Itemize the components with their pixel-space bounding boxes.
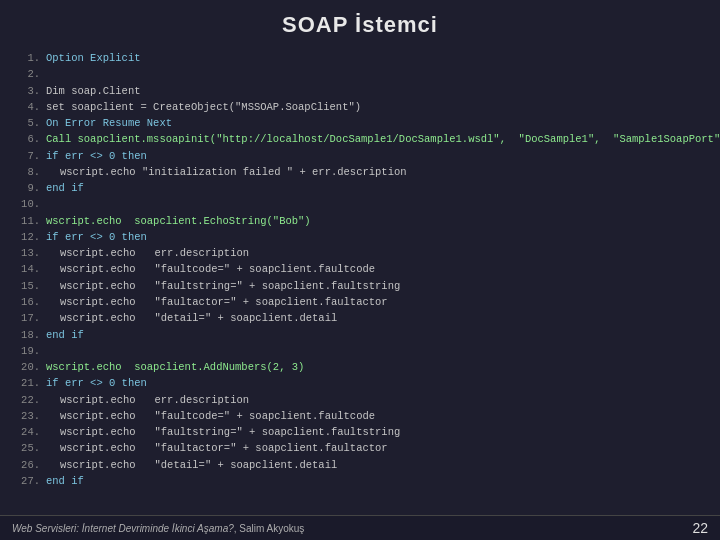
code-line: 19. bbox=[18, 343, 720, 359]
page-number: 22 bbox=[692, 520, 708, 536]
line-number: 6. bbox=[18, 131, 46, 147]
code-line: 22.wscript.echo err.description bbox=[18, 392, 720, 408]
code-line: 4.set soapclient = CreateObject("MSSOAP.… bbox=[18, 99, 720, 115]
code-line: 25.wscript.echo "faultactor=" + soapclie… bbox=[18, 440, 720, 456]
line-content: end if bbox=[46, 473, 84, 489]
line-number: 17. bbox=[18, 310, 46, 326]
slide-title: SOAP İstemci bbox=[0, 0, 720, 46]
line-number: 14. bbox=[18, 261, 46, 277]
line-number: 7. bbox=[18, 148, 46, 164]
code-line: 21.if err <> 0 then bbox=[18, 375, 720, 391]
footer-text: Web Servisleri: İnternet Devriminde İkin… bbox=[12, 523, 304, 534]
line-content: set soapclient = CreateObject("MSSOAP.So… bbox=[46, 99, 361, 115]
line-number: 15. bbox=[18, 278, 46, 294]
line-content: wscript.echo "faultstring=" + soapclient… bbox=[46, 278, 400, 294]
line-number: 10. bbox=[18, 196, 46, 212]
footer-prefix: Web Servisleri: İnternet Devriminde İkin… bbox=[12, 523, 234, 534]
code-line: 18.end if bbox=[18, 327, 720, 343]
line-number: 12. bbox=[18, 229, 46, 245]
line-content: wscript.echo "detail=" + soapclient.deta… bbox=[46, 310, 337, 326]
line-number: 1. bbox=[18, 50, 46, 66]
line-number: 2. bbox=[18, 66, 46, 82]
line-number: 16. bbox=[18, 294, 46, 310]
code-line: 2. bbox=[18, 66, 720, 82]
line-number: 3. bbox=[18, 83, 46, 99]
line-number: 22. bbox=[18, 392, 46, 408]
line-number: 25. bbox=[18, 440, 46, 456]
line-content: end if bbox=[46, 327, 84, 343]
line-content: wscript.echo soapclient.EchoString("Bob"… bbox=[46, 213, 311, 229]
line-number: 13. bbox=[18, 245, 46, 261]
line-content: wscript.echo "faultactor=" + soapclient.… bbox=[46, 294, 388, 310]
code-line: 24.wscript.echo "faultstring=" + soapcli… bbox=[18, 424, 720, 440]
line-number: 18. bbox=[18, 327, 46, 343]
line-number: 5. bbox=[18, 115, 46, 131]
line-content: On Error Resume Next bbox=[46, 115, 172, 131]
line-content: wscript.echo soapclient.AddNumbers(2, 3) bbox=[46, 359, 304, 375]
code-line: 10. bbox=[18, 196, 720, 212]
line-content: wscript.echo "initialization failed " + … bbox=[46, 164, 407, 180]
line-number: 21. bbox=[18, 375, 46, 391]
code-line: 6.Call soapclient.mssoapinit("http://loc… bbox=[18, 131, 720, 147]
code-line: 27.end if bbox=[18, 473, 720, 489]
line-number: 20. bbox=[18, 359, 46, 375]
code-line: 11.wscript.echo soapclient.EchoString("B… bbox=[18, 213, 720, 229]
code-line: 26.wscript.echo "detail=" + soapclient.d… bbox=[18, 457, 720, 473]
line-content: wscript.echo "faultcode=" + soapclient.f… bbox=[46, 261, 375, 277]
code-line: 14.wscript.echo "faultcode=" + soapclien… bbox=[18, 261, 720, 277]
code-line: 23.wscript.echo "faultcode=" + soapclien… bbox=[18, 408, 720, 424]
line-content: wscript.echo "faultcode=" + soapclient.f… bbox=[46, 408, 375, 424]
code-line: 3.Dim soap.Client bbox=[18, 83, 720, 99]
line-content: wscript.echo err.description bbox=[46, 245, 249, 261]
line-content: Dim soap.Client bbox=[46, 83, 141, 99]
line-number: 11. bbox=[18, 213, 46, 229]
line-content: wscript.echo "detail=" + soapclient.deta… bbox=[46, 457, 337, 473]
code-line: 15.wscript.echo "faultstring=" + soapcli… bbox=[18, 278, 720, 294]
bottom-bar: Web Servisleri: İnternet Devriminde İkin… bbox=[0, 515, 720, 540]
code-line: 7.if err <> 0 then bbox=[18, 148, 720, 164]
code-line: 5.On Error Resume Next bbox=[18, 115, 720, 131]
line-number: 27. bbox=[18, 473, 46, 489]
code-line: 20.wscript.echo soapclient.AddNumbers(2,… bbox=[18, 359, 720, 375]
line-content: if err <> 0 then bbox=[46, 229, 147, 245]
line-content: if err <> 0 then bbox=[46, 375, 147, 391]
code-line: 8.wscript.echo "initialization failed " … bbox=[18, 164, 720, 180]
code-line: 17.wscript.echo "detail=" + soapclient.d… bbox=[18, 310, 720, 326]
line-content: Call soapclient.mssoapinit("http://local… bbox=[46, 131, 720, 147]
code-panel: 1.Option Explicit2.3.Dim soap.Client4.se… bbox=[10, 46, 720, 515]
line-content: wscript.echo "faultactor=" + soapclient.… bbox=[46, 440, 388, 456]
content-area: 1.Option Explicit2.3.Dim soap.Client4.se… bbox=[0, 46, 720, 515]
line-number: 24. bbox=[18, 424, 46, 440]
footer-author: Salim Akyokuş bbox=[239, 523, 304, 534]
line-number: 9. bbox=[18, 180, 46, 196]
line-content: wscript.echo "faultstring=" + soapclient… bbox=[46, 424, 400, 440]
line-content: end if bbox=[46, 180, 84, 196]
code-line: 16.wscript.echo "faultactor=" + soapclie… bbox=[18, 294, 720, 310]
line-number: 23. bbox=[18, 408, 46, 424]
line-number: 8. bbox=[18, 164, 46, 180]
code-line: 9.end if bbox=[18, 180, 720, 196]
line-number: 19. bbox=[18, 343, 46, 359]
code-line: 13.wscript.echo err.description bbox=[18, 245, 720, 261]
slide: SOAP İstemci 1.Option Explicit2.3.Dim so… bbox=[0, 0, 720, 540]
code-line: 12.if err <> 0 then bbox=[18, 229, 720, 245]
line-content: wscript.echo err.description bbox=[46, 392, 249, 408]
line-content: Option Explicit bbox=[46, 50, 141, 66]
line-number: 4. bbox=[18, 99, 46, 115]
line-content: if err <> 0 then bbox=[46, 148, 147, 164]
line-number: 26. bbox=[18, 457, 46, 473]
code-line: 1.Option Explicit bbox=[18, 50, 720, 66]
